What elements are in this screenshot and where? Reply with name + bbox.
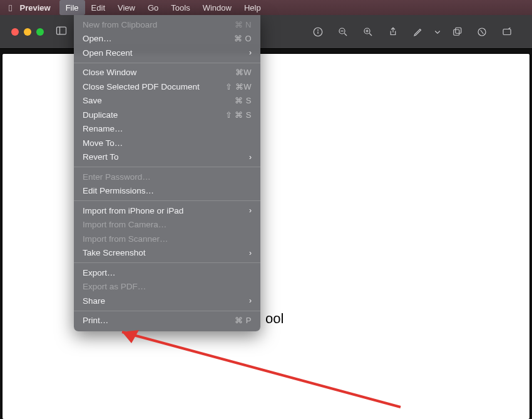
menu-item-label: Open… [83, 34, 234, 43]
menu-item-label: Share [83, 296, 249, 306]
chevron-right-icon: › [249, 48, 252, 57]
menu-item-open[interactable]: Open…⌘ O [74, 32, 260, 46]
menu-item-export[interactable]: Export… [74, 266, 260, 280]
menu-item-shortcut: ⇧ ⌘ S [225, 110, 252, 120]
zoom-in-icon[interactable] [356, 23, 381, 41]
menu-item-open-recent[interactable]: Open Recent› [74, 46, 260, 60]
menubar-item-window[interactable]: Window [197, 0, 238, 15]
window-controls [11, 28, 44, 36]
menubar-item-view[interactable]: View [111, 0, 141, 15]
chevron-right-icon: › [249, 296, 252, 305]
menubar-item-file[interactable]: File [59, 0, 85, 15]
menu-item-shortcut: ⌘ N [235, 20, 252, 29]
apple-menu-icon[interactable]:  [9, 3, 12, 13]
svg-rect-12 [454, 29, 459, 35]
menu-item-label: Import from Camera… [83, 220, 252, 229]
menu-item-label: Move To… [83, 138, 252, 148]
menu-item-edit-permissions[interactable]: Edit Permissions… [74, 184, 260, 199]
menu-item-import-from-iphone-or-ipad[interactable]: Import from iPhone or iPad› [74, 204, 260, 218]
chevron-right-icon: › [249, 206, 252, 215]
svg-point-4 [318, 29, 319, 30]
menu-item-label: Edit Permissions… [83, 186, 252, 195]
svg-rect-15 [503, 29, 511, 34]
chevron-down-icon[interactable] [431, 23, 444, 41]
menu-item-enter-password: Enter Password… [74, 170, 260, 184]
menu-item-duplicate[interactable]: Duplicate⇧ ⌘ S [74, 108, 260, 122]
menubar-item-edit[interactable]: Edit [85, 0, 111, 15]
menu-item-print[interactable]: Print…⌘ P [74, 314, 260, 328]
menu-item-shortcut: ⌘W [235, 68, 252, 77]
svg-line-9 [369, 33, 372, 36]
chevron-right-icon: › [249, 153, 252, 162]
menu-item-label: Export… [83, 268, 252, 277]
menu-item-label: Export as PDF… [83, 282, 252, 291]
menu-item-import-from-scanner: Import from Scanner… [74, 232, 260, 246]
menu-item-label: Rename… [83, 124, 252, 133]
document-text-fragment: ool [265, 311, 284, 327]
menu-item-label: Close Selected PDF Document [83, 82, 225, 91]
menu-item-label: New from Clipboard [83, 20, 235, 29]
menu-item-label: Duplicate [83, 110, 225, 120]
menu-item-label: Save [83, 96, 235, 105]
zoom-window-button[interactable] [36, 28, 44, 36]
menu-item-revert-to[interactable]: Revert To› [74, 150, 260, 165]
menu-item-shortcut: ⌘ S [235, 96, 252, 105]
menu-item-take-screenshot[interactable]: Take Screenshot› [74, 246, 260, 261]
markup-icon[interactable] [406, 23, 431, 41]
chevron-right-icon: › [249, 249, 252, 257]
system-menubar:  Preview File Edit View Go Tools Window… [0, 0, 532, 15]
menu-item-label: Import from iPhone or iPad [83, 206, 249, 215]
menu-item-new-from-clipboard: New from Clipboard⌘ N [74, 18, 260, 32]
svg-rect-13 [456, 28, 461, 33]
menu-item-close-window[interactable]: Close Window⌘W [74, 66, 260, 80]
menu-item-export-as-pdf: Export as PDF… [74, 280, 260, 294]
edit-icon[interactable] [494, 23, 519, 41]
file-menu-dropdown: New from Clipboard⌘ NOpen…⌘ OOpen Recent… [74, 15, 260, 331]
close-window-button[interactable] [11, 28, 19, 36]
menu-item-label: Enter Password… [83, 172, 252, 182]
minimize-window-button[interactable] [24, 28, 31, 36]
menu-item-save[interactable]: Save⌘ S [74, 94, 260, 108]
menu-item-label: Open Recent [83, 48, 249, 58]
svg-line-6 [344, 33, 347, 36]
svg-rect-0 [57, 27, 66, 34]
menubar-item-go[interactable]: Go [141, 0, 165, 15]
zoom-out-icon[interactable] [330, 23, 356, 41]
menu-item-shortcut: ⇧ ⌘W [225, 82, 252, 91]
menu-item-move-to[interactable]: Move To… [74, 136, 260, 150]
app-name[interactable]: Preview [19, 3, 50, 13]
menu-item-rename[interactable]: Rename… [74, 122, 260, 137]
menu-item-label: Import from Scanner… [83, 234, 252, 244]
menu-item-label: Take Screenshot [83, 248, 249, 257]
sidebar-toggle-icon[interactable] [55, 24, 68, 39]
rotate-icon[interactable] [444, 23, 469, 41]
menu-item-label: Close Window [83, 68, 235, 77]
menu-item-share[interactable]: Share› [74, 294, 260, 308]
menu-item-import-from-camera: Import from Camera… [74, 218, 260, 232]
menubar-item-tools[interactable]: Tools [165, 0, 196, 15]
menu-item-label: Revert To [83, 152, 249, 162]
menu-item-shortcut: ⌘ P [235, 316, 252, 325]
menubar-item-help[interactable]: Help [238, 0, 267, 15]
highlight-icon[interactable] [469, 23, 494, 41]
menu-item-shortcut: ⌘ O [234, 34, 252, 43]
share-icon[interactable] [381, 23, 406, 41]
menu-item-label: Print… [83, 316, 235, 325]
menu-item-close-selected-pdf-document[interactable]: Close Selected PDF Document⇧ ⌘W [74, 80, 260, 94]
info-icon[interactable] [305, 23, 330, 41]
